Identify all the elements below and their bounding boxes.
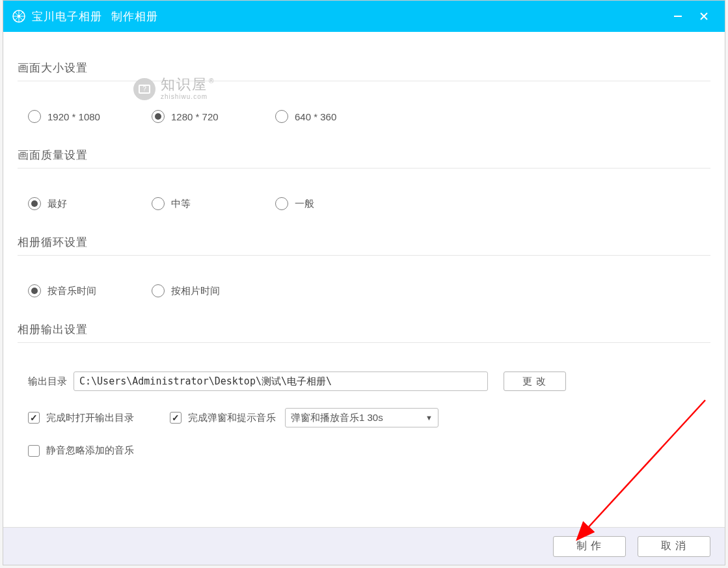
section-size-title: 画面大小设置 <box>18 61 710 81</box>
watermark-text: 知识屋 <box>161 77 208 92</box>
radio-label: 最好 <box>47 198 67 210</box>
titlebar: 宝川电子相册 制作相册 <box>3 1 725 32</box>
dialog-window: 宝川电子相册 制作相册 知识屋 zhishiwu.com ® 画面大小设置 <box>3 0 725 565</box>
radio-icon <box>152 197 165 210</box>
radio-loop-music[interactable]: 按音乐时间 <box>28 284 152 297</box>
radio-icon <box>28 197 41 210</box>
checkbox-icon <box>28 412 40 424</box>
checkbox-popup-music[interactable]: 完成弹窗和提示音乐 <box>170 412 276 424</box>
chevron-down-icon: ▼ <box>425 414 433 422</box>
popup-music-dropdown[interactable]: 弹窗和播放音乐1 30s ▼ <box>285 408 438 427</box>
radio-icon <box>275 110 288 123</box>
radio-size-1280[interactable]: 1280 * 720 <box>152 110 275 123</box>
title-text: 宝川电子相册 制作相册 <box>32 9 158 24</box>
title-subtitle: 制作相册 <box>111 10 158 23</box>
checkbox-label: 静音忽略添加的音乐 <box>46 444 134 457</box>
section-loop-title: 相册循环设置 <box>18 235 710 256</box>
minimize-button[interactable] <box>666 5 690 28</box>
radio-quality-medium[interactable]: 中等 <box>152 197 275 210</box>
output-dir-input[interactable] <box>74 372 488 391</box>
radio-label: 1920 * 1080 <box>47 111 100 122</box>
radio-icon <box>152 284 165 297</box>
close-button[interactable] <box>692 5 716 28</box>
section-output-title: 相册输出设置 <box>18 322 710 343</box>
make-button[interactable]: 制作 <box>553 536 626 557</box>
radio-size-1920[interactable]: 1920 * 1080 <box>28 110 152 123</box>
section-loop: 相册循环设置 按音乐时间 按相片时间 <box>18 235 710 297</box>
app-name: 宝川电子相册 <box>32 10 102 23</box>
checkbox-mute-music[interactable]: 静音忽略添加的音乐 <box>28 444 134 457</box>
radio-quality-best[interactable]: 最好 <box>28 197 152 210</box>
radio-label: 按相片时间 <box>171 285 220 297</box>
watermark-icon <box>133 78 155 100</box>
app-icon <box>12 10 25 23</box>
radio-icon <box>152 110 165 123</box>
output-dir-label: 输出目录 <box>28 375 67 388</box>
radio-label: 按音乐时间 <box>47 285 96 297</box>
watermark: 知识屋 zhishiwu.com ® <box>133 77 213 100</box>
cancel-button[interactable]: 取消 <box>638 536 710 557</box>
section-output: 相册输出设置 输出目录 更改 完成时打开输出目录 完成弹窗和提示音乐 弹窗和播放… <box>18 322 710 457</box>
section-size: 画面大小设置 1920 * 1080 1280 * 720 640 * 360 <box>18 61 710 123</box>
section-quality-title: 画面质量设置 <box>18 148 710 169</box>
checkbox-icon <box>170 412 182 424</box>
section-quality: 画面质量设置 最好 中等 一般 <box>18 148 710 210</box>
dialog-footer: 制作 取消 <box>3 527 725 565</box>
change-dir-button[interactable]: 更改 <box>504 372 566 391</box>
radio-label: 1280 * 720 <box>171 111 219 122</box>
radio-quality-normal[interactable]: 一般 <box>275 197 399 210</box>
radio-icon <box>275 197 288 210</box>
dialog-body: 知识屋 zhishiwu.com ® 画面大小设置 1920 * 1080 12… <box>3 32 725 527</box>
watermark-subtext: zhishiwu.com <box>161 93 208 100</box>
radio-label: 一般 <box>295 198 314 210</box>
radio-label: 640 * 360 <box>295 111 336 122</box>
radio-loop-photo[interactable]: 按相片时间 <box>152 284 275 297</box>
watermark-reg: ® <box>209 77 213 85</box>
checkbox-label: 完成时打开输出目录 <box>46 412 134 424</box>
radio-size-640[interactable]: 640 * 360 <box>275 110 399 123</box>
dropdown-value: 弹窗和播放音乐1 30s <box>291 412 383 424</box>
checkbox-open-output[interactable]: 完成时打开输出目录 <box>28 412 170 424</box>
checkbox-icon <box>28 445 40 457</box>
checkbox-label: 完成弹窗和提示音乐 <box>188 412 276 424</box>
radio-icon <box>28 110 41 123</box>
radio-label: 中等 <box>171 198 191 210</box>
radio-icon <box>28 284 41 297</box>
